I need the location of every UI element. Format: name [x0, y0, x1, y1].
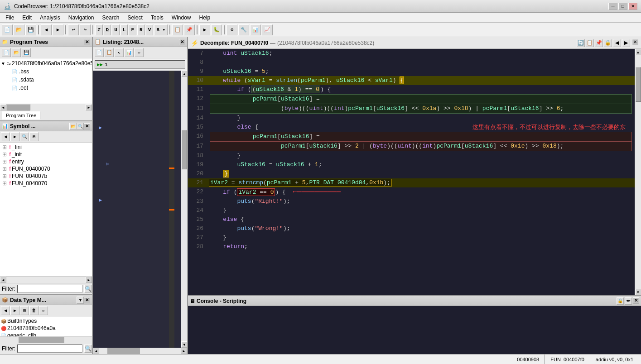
tree-eot[interactable]: 📄 .eot — [1, 84, 91, 92]
tb-back[interactable]: ◀ — [41, 24, 52, 35]
tb-misc1[interactable]: ⚙ — [227, 24, 237, 35]
dt-builtin[interactable]: 📦 BuiltInTypes — [1, 317, 91, 325]
listing-code-area[interactable]: ▶ ▷ ▶ — [93, 71, 181, 348]
tb-V[interactable]: V — [146, 24, 154, 35]
tb-redo[interactable]: ↪ — [80, 24, 91, 35]
console-lock[interactable]: 🔒 — [617, 297, 624, 305]
listing-close[interactable]: ✕ — [179, 39, 185, 45]
dt-tb3[interactable]: ⊞ — [20, 306, 29, 315]
vs-up[interactable]: ▲ — [635, 49, 641, 55]
decompile-nav-back[interactable]: ◀ — [613, 39, 621, 47]
decompile-lock[interactable]: 🔒 — [604, 39, 612, 47]
dt-tb4[interactable]: 🗑 — [29, 306, 39, 315]
program-trees-close[interactable]: ✕ — [84, 39, 90, 45]
sym-fini[interactable]: ⊞ f _fini — [1, 144, 91, 151]
listing-vscroll[interactable]: ▲ ▼ — [181, 71, 187, 348]
decompile-refresh[interactable]: 🔄 — [577, 39, 585, 47]
sym-fun2[interactable]: ⊞ f FUN_004007b — [1, 172, 91, 180]
tb-U[interactable]: U — [112, 24, 120, 35]
vscroll-down[interactable]: ▼ — [181, 341, 187, 348]
sym-fun1[interactable]: ⊞ f FUN_00400070 — [1, 165, 91, 172]
ls-tb4[interactable]: ✏ — [135, 48, 144, 57]
menu-help[interactable]: Help — [196, 14, 214, 22]
decompile-close[interactable]: ✕ — [632, 39, 638, 45]
filter-btn[interactable]: 🔍 — [84, 285, 92, 293]
tree-scrollbar-h[interactable]: ◀ ▶ — [0, 104, 92, 110]
minimize-button[interactable]: ─ — [608, 3, 617, 10]
vscroll-track[interactable] — [181, 77, 187, 341]
console-content[interactable] — [188, 306, 641, 354]
tb-R[interactable]: R — [137, 24, 145, 35]
ls-tb3[interactable]: 📊 — [125, 48, 134, 57]
menu-analysis[interactable]: Analysis — [36, 14, 64, 22]
pt-new-btn[interactable]: 📄 — [2, 48, 11, 57]
tb-L[interactable]: L — [120, 24, 128, 35]
console-close[interactable]: ✕ — [633, 297, 639, 304]
tree-sdata[interactable]: 📄 .sdata — [1, 76, 91, 84]
scroll-left-btn[interactable]: ◀ — [0, 104, 6, 110]
dt-hash[interactable]: 🔴 2104878f0fb046a0a — [1, 325, 91, 332]
hs-track[interactable] — [99, 348, 181, 354]
dt-filter-input[interactable] — [17, 345, 82, 353]
decompile-nav-fwd[interactable]: ▶ — [622, 39, 630, 47]
sym-tb1[interactable]: ◀ — [1, 132, 10, 141]
tb-B[interactable]: B ▾ — [154, 24, 168, 35]
tb-run[interactable]: ▶ — [199, 24, 210, 35]
menu-navigation[interactable]: Navigation — [65, 14, 98, 22]
maximize-button[interactable]: □ — [618, 3, 627, 10]
ls-tb1[interactable]: 📄 — [95, 48, 104, 57]
tree-bss[interactable]: 📄 .bss — [1, 67, 91, 76]
hs-right[interactable]: ▶ — [181, 348, 187, 354]
dt-tb2[interactable]: ▶ — [10, 306, 19, 315]
program-tree-tab[interactable]: Program Tree — [2, 111, 40, 120]
tb-misc4[interactable]: 📈 — [262, 24, 273, 35]
dt-h-thumb[interactable] — [19, 337, 65, 343]
ls-tb2[interactable]: 📋 — [105, 48, 114, 57]
menu-select[interactable]: Select — [124, 14, 146, 22]
tb-open[interactable]: 📂 — [14, 24, 24, 35]
sym-fun3[interactable]: ⊞ f FUN_0040070 — [1, 180, 91, 187]
menu-window[interactable]: Window — [168, 14, 195, 22]
pt-open-btn[interactable]: 📂 — [12, 48, 21, 57]
sym-tb2[interactable]: ▶ — [10, 132, 19, 141]
sym-scroll-left[interactable]: ◀ — [0, 277, 6, 283]
sym-h-track[interactable] — [6, 277, 86, 283]
sym-entry[interactable]: ⊞ f entry — [1, 158, 91, 165]
tb-new[interactable]: 📄 — [2, 24, 13, 35]
listing-play-btn[interactable]: ▶▶ — [97, 62, 103, 67]
tb-save[interactable]: 💾 — [25, 24, 36, 35]
sym-btn1[interactable]: 📂 — [69, 123, 77, 130]
menu-search[interactable]: Search — [98, 14, 123, 22]
menu-tools[interactable]: Tools — [147, 14, 167, 22]
vs-thumb[interactable] — [636, 67, 641, 102]
h-scroll-thumb[interactable] — [6, 104, 30, 110]
hs-thumb[interactable] — [107, 348, 140, 354]
sym-tb4[interactable]: ⊞ — [29, 132, 39, 141]
vscroll-up[interactable]: ▲ — [181, 71, 187, 77]
tb-copy[interactable]: 📋 — [172, 24, 183, 35]
vscroll-thumb[interactable] — [182, 130, 187, 170]
decompile-copy[interactable]: 📋 — [586, 39, 594, 47]
sym-init[interactable]: ⊞ f _init — [1, 151, 91, 158]
console-edit[interactable]: ✏ — [625, 297, 632, 305]
decompile-vscroll[interactable]: ▲ ▼ — [635, 49, 641, 295]
tb-F[interactable]: F — [129, 24, 136, 35]
decompile-pin[interactable]: 📌 — [595, 39, 603, 47]
pt-save-btn[interactable]: 💾 — [22, 48, 31, 57]
menu-edit[interactable]: Edit — [19, 14, 35, 22]
ls-cursor[interactable]: ↖ — [115, 48, 124, 57]
tb-paste[interactable]: 📌 — [184, 24, 195, 35]
dt-close[interactable]: ✕ — [84, 297, 90, 303]
vs-track[interactable] — [635, 55, 641, 289]
tb-D[interactable]: D — [104, 24, 111, 35]
tb-misc3[interactable]: 📊 — [250, 24, 261, 35]
hs-left[interactable]: ◀ — [93, 348, 99, 354]
dt-filter-btn[interactable]: 🔍 — [84, 345, 92, 353]
sym-scroll-right[interactable]: ▶ — [86, 277, 92, 283]
scroll-right-btn[interactable]: ▶ — [86, 104, 92, 110]
dt-dropdown[interactable]: ▾ — [77, 297, 84, 304]
tb-I[interactable]: I — [95, 24, 103, 35]
dt-h-track[interactable] — [0, 337, 92, 343]
sym-btn2[interactable]: 🔍 — [77, 123, 84, 130]
tb-debug[interactable]: 🐛 — [211, 24, 222, 35]
